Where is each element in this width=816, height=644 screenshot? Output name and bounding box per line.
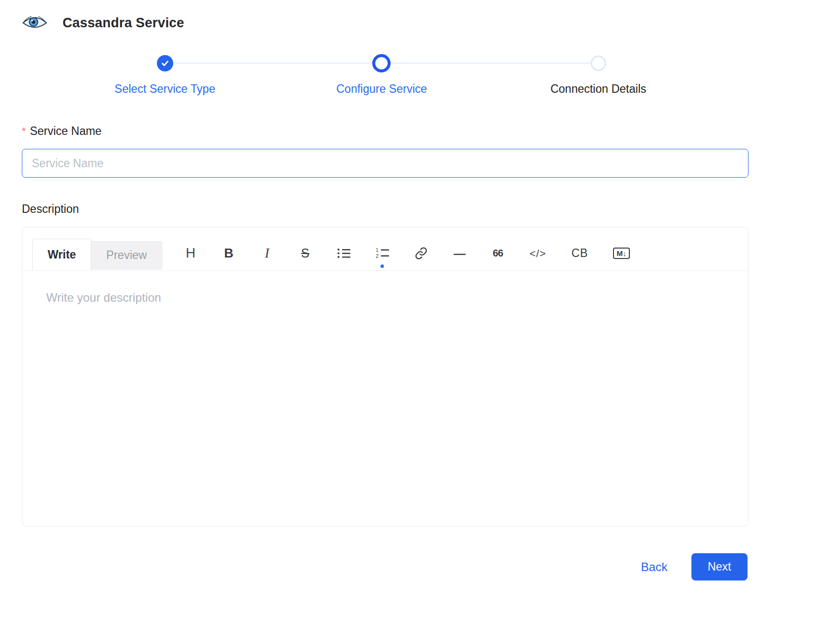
step-label-configure-service: Configure Service [336,82,427,96]
wizard-stepper: Select Service Type Configure Service Co… [57,54,707,96]
wizard-footer: Back Next [22,553,748,580]
step-configure-service: Configure Service [273,54,490,96]
strikethrough-icon[interactable]: S [299,244,312,263]
step-select-service-type: Select Service Type [57,54,273,96]
editor-placeholder: Write your description [46,291,724,305]
tab-preview[interactable]: Preview [91,241,162,269]
code-block-icon[interactable]: CB [571,244,588,263]
step-completed-check-icon [157,55,173,71]
horizontal-rule-icon[interactable]: — [453,244,466,263]
step-label-select-service-type: Select Service Type [115,82,215,96]
page-header: Cassandra Service [22,13,748,33]
bullet-list-icon[interactable] [337,244,350,263]
numbered-list-icon[interactable]: 1 2 [376,244,389,263]
editor-toolbar-icons: H B I S 1 2 [184,244,630,263]
description-label: Description [22,202,748,216]
required-marker: * [22,125,26,136]
active-indicator-dot [381,264,384,268]
next-button[interactable]: Next [691,553,748,580]
svg-text:1: 1 [376,248,379,253]
description-editor: Write Preview H B I S 1 [22,227,748,526]
page-title: Cassandra Service [63,15,184,31]
link-icon[interactable] [414,244,428,263]
back-button[interactable]: Back [641,560,667,574]
quote-icon[interactable]: 66 [491,244,504,263]
service-name-label-text: Service Name [30,125,101,137]
step-label-connection-details: Connection Details [550,82,646,96]
editor-tabs: Write Preview [32,236,162,270]
inline-code-icon[interactable]: </> [530,244,546,263]
markdown-icon[interactable]: M↓ [613,244,630,263]
step-pending-circle-icon [591,56,606,71]
step-active-circle-icon [372,54,391,72]
service-config-page: Cassandra Service Select Service Type Co… [0,0,748,580]
editor-write-area[interactable]: Write your description [22,271,748,324]
service-name-input[interactable] [22,149,748,178]
italic-icon[interactable]: I [261,244,273,263]
tab-write[interactable]: Write [32,239,91,270]
heading-icon[interactable]: H [184,244,197,263]
editor-toolbar: Write Preview H B I S 1 [22,227,748,271]
service-name-label: *Service Name [22,125,748,138]
svg-text:2: 2 [376,254,379,259]
bold-icon[interactable]: B [222,244,235,263]
step-connection-details: Connection Details [490,54,707,96]
cassandra-logo-icon [22,13,48,33]
